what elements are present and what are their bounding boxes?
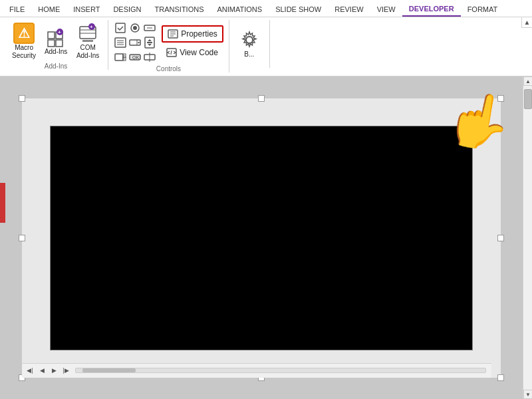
nav-last-button[interactable]: |▶ bbox=[61, 365, 71, 376]
slide-container: ◀| ◀ ▶ |▶ bbox=[22, 98, 501, 378]
commandbutton-icon[interactable]: OK bbox=[128, 51, 142, 64]
handle-bottom-right[interactable] bbox=[497, 374, 504, 381]
other-group: B... bbox=[229, 20, 270, 68]
listbox-icon[interactable] bbox=[114, 36, 127, 49]
tab-review[interactable]: REVIEW bbox=[328, 2, 370, 17]
svg-marker-31 bbox=[124, 55, 125, 57]
view-code-button[interactable]: View Code bbox=[162, 45, 223, 60]
svg-point-14 bbox=[133, 26, 137, 30]
controls-items: OK bbox=[114, 21, 223, 64]
tab-format[interactable]: FORMAT bbox=[461, 2, 505, 17]
svg-marker-26 bbox=[148, 44, 152, 46]
properties-button[interactable]: Properties bbox=[162, 25, 223, 43]
svg-line-42 bbox=[171, 51, 172, 55]
tab-insert[interactable]: INSERT bbox=[66, 2, 106, 17]
vertical-scrollbar: ▲ ▼ bbox=[523, 76, 532, 399]
handle-top-right[interactable] bbox=[497, 95, 504, 102]
com-addins-label: COMAdd-Ins bbox=[76, 44, 99, 60]
checkbox-icon[interactable] bbox=[114, 21, 127, 35]
macro-security-label: MacroSecurity bbox=[12, 44, 36, 60]
addins-button[interactable]: + Add-Ins bbox=[41, 25, 70, 57]
addins-items: ⚠ MacroSecurity + bbox=[9, 21, 102, 61]
tab-animations[interactable]: ANIMATIONS bbox=[211, 2, 269, 17]
svg-text:+: + bbox=[90, 24, 93, 30]
slide-area: ◀| ◀ ▶ |▶ ▲ ▼ 👆 bbox=[0, 76, 532, 399]
properties-icon bbox=[168, 29, 178, 39]
addins-group-label: Add-Ins bbox=[9, 61, 102, 70]
view-code-label: View Code bbox=[180, 48, 218, 57]
svg-marker-23 bbox=[138, 42, 140, 44]
scroll-track[interactable] bbox=[523, 86, 532, 390]
other-group-label bbox=[235, 66, 264, 68]
textbox-icon[interactable] bbox=[143, 21, 156, 35]
controls-row-3: OK bbox=[114, 51, 156, 64]
slide-panel: ◀| ◀ ▶ |▶ bbox=[0, 76, 523, 399]
addins-label: Add-Ins bbox=[45, 48, 67, 56]
svg-marker-32 bbox=[124, 59, 125, 60]
ribbon-tab-bar: FILE HOME INSERT DESIGN TRANSITIONS ANIM… bbox=[0, 0, 532, 17]
controls-row-2 bbox=[114, 36, 156, 49]
svg-marker-25 bbox=[148, 39, 152, 41]
scrollbar-icon[interactable] bbox=[143, 36, 156, 49]
tab-slideshow[interactable]: SLIDE SHOW bbox=[269, 2, 328, 17]
nav-prev-button[interactable]: ◀ bbox=[37, 365, 47, 376]
gear-button[interactable]: B... bbox=[235, 28, 264, 60]
tab-transitions[interactable]: TRANSITIONS bbox=[148, 2, 211, 17]
left-panel-tab[interactable] bbox=[0, 183, 5, 223]
svg-rect-0 bbox=[48, 32, 55, 39]
com-addins-button[interactable]: + COMAdd-Ins bbox=[73, 21, 102, 61]
horizontal-scrollbar[interactable] bbox=[75, 368, 486, 373]
properties-label: Properties bbox=[181, 29, 217, 39]
svg-point-43 bbox=[246, 37, 253, 43]
svg-rect-28 bbox=[115, 54, 123, 61]
scroll-thumb[interactable] bbox=[524, 89, 532, 109]
tab-home[interactable]: HOME bbox=[31, 2, 66, 17]
scroll-up-button[interactable]: ▲ bbox=[523, 76, 532, 86]
tab-file[interactable]: FILE bbox=[3, 2, 31, 17]
handle-top-center[interactable] bbox=[258, 95, 265, 102]
macro-security-button[interactable]: ⚠ MacroSecurity bbox=[9, 21, 39, 61]
radio-icon[interactable] bbox=[128, 21, 142, 35]
com-addins-icon: + bbox=[77, 23, 98, 44]
svg-rect-27 bbox=[147, 42, 152, 43]
controls-icons-col: OK bbox=[114, 21, 156, 64]
svg-text:+: + bbox=[58, 29, 61, 35]
controls-group-label: Controls bbox=[114, 64, 223, 72]
nav-first-button[interactable]: ◀| bbox=[25, 365, 35, 376]
handle-left-center[interactable] bbox=[19, 235, 25, 241]
gear-icon bbox=[239, 29, 260, 51]
svg-rect-12 bbox=[116, 23, 125, 33]
svg-rect-9 bbox=[82, 40, 93, 42]
view-code-icon bbox=[166, 47, 177, 58]
controls-actions-col: Properties View Code bbox=[162, 25, 223, 60]
tab-design[interactable]: DESIGN bbox=[106, 2, 148, 17]
horizontal-scrollbar-thumb bbox=[82, 368, 136, 372]
svg-text:OK: OK bbox=[132, 55, 139, 60]
controls-row-1 bbox=[114, 21, 156, 35]
addins-group: ⚠ MacroSecurity + bbox=[4, 20, 108, 70]
video-placeholder bbox=[50, 126, 473, 350]
gear-label: B... bbox=[244, 51, 254, 59]
tab-view[interactable]: VIEW bbox=[370, 2, 402, 17]
svg-rect-1 bbox=[48, 40, 55, 47]
scroll-down-button[interactable]: ▼ bbox=[523, 390, 532, 399]
addins-icon: + bbox=[45, 27, 66, 48]
slide-bottom-bar: ◀| ◀ ▶ |▶ bbox=[22, 363, 491, 378]
warning-icon: ⚠ bbox=[13, 23, 35, 44]
ribbon-body: ⚠ MacroSecurity + bbox=[0, 17, 532, 76]
controls-group: OK bbox=[108, 20, 229, 72]
other-items: B... bbox=[235, 21, 264, 66]
combobox-icon[interactable] bbox=[128, 36, 142, 49]
more-controls-icon[interactable] bbox=[143, 51, 156, 64]
spinner-icon[interactable] bbox=[114, 51, 127, 64]
ribbon-collapse-button[interactable]: ▲ bbox=[521, 17, 532, 28]
svg-rect-3 bbox=[56, 40, 63, 47]
tab-developer[interactable]: DEVELOPER bbox=[402, 2, 461, 17]
ribbon: FILE HOME INSERT DESIGN TRANSITIONS ANIM… bbox=[0, 0, 532, 76]
handle-top-left[interactable] bbox=[19, 95, 25, 102]
handle-right-center[interactable] bbox=[497, 235, 504, 241]
nav-next-button[interactable]: ▶ bbox=[49, 365, 59, 376]
